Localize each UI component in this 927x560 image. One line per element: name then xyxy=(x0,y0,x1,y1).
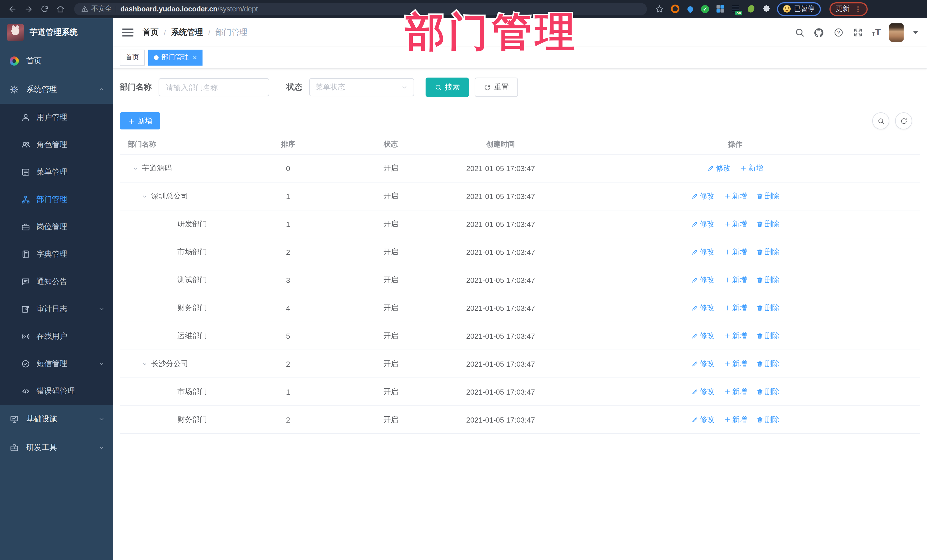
created-time-cell: 2021-01-05 17:03:47 xyxy=(451,192,550,200)
add-action[interactable]: 新增 xyxy=(723,247,747,257)
search-icon xyxy=(877,117,884,124)
tab-home[interactable]: 首页 xyxy=(120,49,145,65)
sidebar-item-tree[interactable]: 部门管理 xyxy=(0,186,113,213)
reset-button[interactable]: 重置 xyxy=(475,77,518,97)
status-select[interactable]: 菜单状态 xyxy=(309,78,414,96)
sidebar-item-online[interactable]: 在线用户 xyxy=(0,323,113,350)
sidebar-item-gear[interactable]: 系统管理 xyxy=(0,75,113,104)
font-size-icon[interactable] xyxy=(872,28,881,37)
search-button[interactable]: 搜索 xyxy=(426,77,469,97)
delete-action[interactable]: 删除 xyxy=(756,219,780,229)
bookmark-star-icon[interactable] xyxy=(655,4,664,14)
edit-action[interactable]: 修改 xyxy=(691,414,714,425)
toggle-search-button[interactable] xyxy=(872,112,889,129)
sidebar-item-users[interactable]: 角色管理 xyxy=(0,131,113,159)
browser-forward-icon[interactable] xyxy=(22,2,35,16)
app-logo-row[interactable]: 芋道管理系统 xyxy=(0,18,113,47)
delete-action[interactable]: 删除 xyxy=(756,331,780,341)
add-action[interactable]: 新增 xyxy=(723,219,747,229)
table-row[interactable]: 长沙分公司 2 开启 2021-01-05 17:03:47 修改 新增 删除 xyxy=(120,349,920,378)
edit-action[interactable]: 修改 xyxy=(691,359,714,369)
actions-cell: 修改 新增 删除 xyxy=(550,303,920,313)
add-action[interactable]: 新增 xyxy=(723,191,747,201)
sidebar-item-monitor[interactable]: 基础设施 xyxy=(0,405,113,433)
table-row[interactable]: 财务部门 2 开启 2021-01-05 17:03:47 修改 新增 删除 xyxy=(120,405,920,434)
add-action[interactable]: 新增 xyxy=(723,303,747,313)
add-action[interactable]: 新增 xyxy=(723,331,747,341)
table-row[interactable]: 财务部门 4 开启 2021-01-05 17:03:47 修改 新增 删除 xyxy=(120,294,920,322)
tab-close-icon[interactable] xyxy=(193,54,197,61)
extension-orange-icon[interactable] xyxy=(670,4,679,14)
sidebar-item-code[interactable]: 错误码管理 xyxy=(0,378,113,405)
breadcrumb-system[interactable]: 系统管理 xyxy=(171,27,203,38)
edit-action[interactable]: 修改 xyxy=(691,191,714,201)
add-action[interactable]: 新增 xyxy=(723,359,747,369)
sidebar-item-sms[interactable]: 短信管理 xyxy=(0,350,113,378)
browser-menu-icon[interactable] xyxy=(854,5,862,12)
table-row[interactable]: 研发部门 1 开启 2021-01-05 17:03:47 修改 新增 删除 xyxy=(120,210,920,238)
expand-chevron-icon[interactable] xyxy=(132,165,138,171)
delete-action[interactable]: 删除 xyxy=(756,275,780,285)
hamburger-icon[interactable] xyxy=(122,29,134,36)
extensions-puzzle-icon[interactable] xyxy=(761,4,771,14)
browser-home-icon[interactable] xyxy=(54,2,67,16)
github-icon[interactable] xyxy=(813,27,824,38)
extension-check-icon[interactable]: ✓ xyxy=(701,5,709,13)
edit-action[interactable]: 修改 xyxy=(691,219,714,229)
sidebar-item-user[interactable]: 用户管理 xyxy=(0,104,113,131)
browser-profile-button[interactable]: 已暂停 xyxy=(777,2,821,16)
dept-name-input[interactable] xyxy=(159,78,269,96)
table-row[interactable]: 芋道源码 0 开启 2021-01-05 17:03:47 修改 新增 xyxy=(120,154,920,182)
tab-dept-active[interactable]: 部门管理 xyxy=(148,49,202,65)
add-button[interactable]: 新增 xyxy=(120,112,160,129)
add-action[interactable]: 新增 xyxy=(740,163,763,173)
breadcrumb-home[interactable]: 首页 xyxy=(143,27,159,38)
extension-grid-icon[interactable] xyxy=(715,4,725,14)
table-row[interactable]: 市场部门 1 开启 2021-01-05 17:03:47 修改 新增 删除 xyxy=(120,378,920,405)
delete-action[interactable]: 删除 xyxy=(756,303,780,313)
edit-action[interactable]: 修改 xyxy=(691,331,714,341)
edit-action[interactable]: 修改 xyxy=(691,387,714,397)
table-row[interactable]: 市场部门 2 开启 2021-01-05 17:03:47 修改 新增 删除 xyxy=(120,238,920,266)
table-row[interactable]: 运维部门 5 开启 2021-01-05 17:03:47 修改 新增 删除 xyxy=(120,322,920,349)
edit-action[interactable]: 修改 xyxy=(707,163,731,173)
sidebar-item-tools[interactable]: 研发工具 xyxy=(0,433,113,462)
expand-chevron-icon[interactable] xyxy=(141,361,148,367)
fullscreen-icon[interactable] xyxy=(852,27,863,38)
edit-action[interactable]: 修改 xyxy=(691,247,714,257)
delete-action[interactable]: 删除 xyxy=(756,359,780,369)
table-row[interactable]: 测试部门 3 开启 2021-01-05 17:03:47 修改 新增 删除 xyxy=(120,266,920,294)
expand-chevron-icon[interactable] xyxy=(141,193,148,199)
extension-leaf-icon[interactable] xyxy=(746,4,755,14)
extension-switch-icon[interactable]: on xyxy=(731,4,740,14)
sidebar-item-book[interactable]: 字典管理 xyxy=(0,241,113,268)
help-icon[interactable] xyxy=(833,27,844,38)
refresh-table-button[interactable] xyxy=(895,112,912,129)
delete-action[interactable]: 删除 xyxy=(756,414,780,425)
plus-icon xyxy=(723,389,731,395)
browser-reload-icon[interactable] xyxy=(38,2,51,16)
table-row[interactable]: 深圳总公司 1 开启 2021-01-05 17:03:47 修改 新增 删除 xyxy=(120,182,920,210)
header-search-icon[interactable] xyxy=(794,27,805,38)
add-action[interactable]: 新增 xyxy=(723,414,747,425)
sidebar-item-log[interactable]: 审计日志 xyxy=(0,295,113,323)
browser-back-icon[interactable] xyxy=(6,2,20,16)
delete-action[interactable]: 删除 xyxy=(756,191,780,201)
sidebar-item-briefcase[interactable]: 岗位管理 xyxy=(0,213,113,241)
dept-name: 测试部门 xyxy=(178,275,207,285)
user-avatar[interactable] xyxy=(889,23,904,42)
browser-update-button[interactable]: 更新 xyxy=(830,2,868,16)
delete-action[interactable]: 删除 xyxy=(756,387,780,397)
edit-action[interactable]: 修改 xyxy=(691,275,714,285)
sidebar-item-megaphone[interactable]: 通知公告 xyxy=(0,268,113,295)
extension-pin-icon[interactable] xyxy=(686,4,695,14)
add-action[interactable]: 新增 xyxy=(723,275,747,285)
add-action[interactable]: 新增 xyxy=(723,387,747,397)
sidebar-item-menu[interactable]: 菜单管理 xyxy=(0,159,113,186)
address-bar[interactable]: 不安全 dashboard.yudao.iocoder.cn/system/de… xyxy=(74,3,647,15)
avatar-caret-icon[interactable] xyxy=(913,31,918,34)
delete-action[interactable]: 删除 xyxy=(756,247,780,257)
sidebar-item-dashboard[interactable]: 首页 xyxy=(0,47,113,75)
security-warning[interactable]: 不安全 xyxy=(81,4,112,14)
edit-action[interactable]: 修改 xyxy=(691,303,714,313)
